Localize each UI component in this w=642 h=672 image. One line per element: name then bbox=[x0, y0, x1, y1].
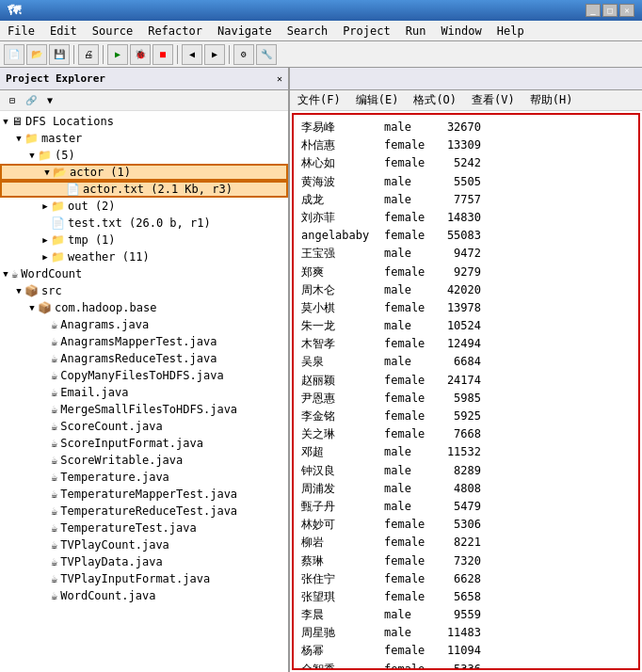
tree-arrow[interactable]: ▶ bbox=[40, 235, 51, 245]
tree-item-email[interactable]: ☕Email.java bbox=[0, 384, 288, 401]
tree-item-tvplaycount[interactable]: ☕TVPlayCount.java bbox=[0, 536, 288, 553]
tree-item-label: ScoreWritable.java bbox=[60, 454, 183, 467]
tree-item-tmp[interactable]: ▶📁tmp (1) bbox=[0, 232, 288, 248]
np-menu-edit[interactable]: 编辑(E) bbox=[348, 90, 407, 110]
tree-arrow[interactable]: ▼ bbox=[13, 134, 24, 143]
panel-menu[interactable]: ▼ bbox=[41, 92, 58, 109]
toolbar-extra2[interactable]: 🔧 bbox=[256, 44, 277, 65]
menu-edit[interactable]: Edit bbox=[42, 21, 85, 40]
tree-item-anagramsreduce[interactable]: ☕AnagramsReduceTest.java bbox=[0, 350, 288, 367]
col-name: 甄子丹 bbox=[301, 498, 377, 516]
tree-item-icon: 📁 bbox=[51, 200, 65, 213]
project-explorer-title: Project Explorer bbox=[6, 72, 105, 85]
tree-item-dfs[interactable]: ▼🖥DFS Locations bbox=[0, 113, 288, 130]
col-num: 11532 bbox=[443, 443, 481, 461]
col-name: 成龙 bbox=[301, 191, 377, 209]
np-menu-file[interactable]: 文件(F) bbox=[290, 90, 348, 110]
menu-help[interactable]: Help bbox=[490, 21, 532, 40]
tree-item-testtxt[interactable]: 📄test.txt (26.0 b, r1) bbox=[0, 215, 288, 232]
col-gender: male bbox=[384, 245, 436, 263]
tree-item-mergesmall[interactable]: ☕MergeSmallFilesToHDFS.java bbox=[0, 401, 288, 418]
toolbar-debug[interactable]: 🐞 bbox=[130, 44, 151, 65]
toolbar-save[interactable]: 💾 bbox=[49, 44, 70, 65]
menu-search[interactable]: Search bbox=[280, 21, 335, 40]
data-row: 蔡琳female7320 bbox=[301, 552, 631, 570]
col-gender: female bbox=[384, 299, 436, 317]
minimize-button[interactable]: _ bbox=[586, 4, 601, 17]
tree-item-src[interactable]: ▼📦src bbox=[0, 282, 288, 299]
toolbar-run[interactable]: ▶ bbox=[107, 44, 128, 65]
col-name: 赵丽颖 bbox=[301, 372, 377, 390]
tree-item-scorecount[interactable]: ☕ScoreCount.java bbox=[0, 418, 288, 435]
tree-item-scoreinput[interactable]: ☕ScoreInputFormat.java bbox=[0, 435, 288, 452]
tree-arrow[interactable]: ▶ bbox=[40, 201, 51, 211]
tree-item-anagrams[interactable]: ☕Anagrams.java bbox=[0, 316, 288, 333]
tree-arrow[interactable]: ▼ bbox=[26, 303, 38, 312]
tree-item-temperature[interactable]: ☕Temperature.java bbox=[0, 469, 288, 486]
tree-item-tvplaydata[interactable]: ☕TVPlayData.java bbox=[0, 553, 288, 570]
tree-arrow[interactable]: ▼ bbox=[0, 117, 11, 126]
tree-item-actor[interactable]: ▼📂actor (1) bbox=[0, 164, 288, 181]
tree-arrow[interactable]: ▼ bbox=[41, 168, 53, 177]
toolbar-forward[interactable]: ▶ bbox=[204, 44, 225, 65]
tree-item-icon: 📁 bbox=[51, 250, 65, 264]
close-button[interactable]: ✕ bbox=[619, 4, 634, 17]
project-tree[interactable]: ▼🖥DFS Locations▼📁master▼📁(5)▼📂actor (1) … bbox=[0, 111, 288, 672]
tree-item-label: out (2) bbox=[68, 200, 116, 213]
tree-item-tempreducer[interactable]: ☕TemperatureReduceTest.java bbox=[0, 503, 288, 520]
menu-navigate[interactable]: Navigate bbox=[210, 21, 280, 40]
col-name: 周星驰 bbox=[301, 624, 377, 642]
menu-file[interactable]: File bbox=[0, 21, 42, 40]
panel-collapse-all[interactable]: ⊟ bbox=[4, 92, 21, 109]
data-row: 刘亦菲female14830 bbox=[301, 209, 631, 227]
tree-item-tvplayinput[interactable]: ☕TVPlayInputFormat.java bbox=[0, 570, 288, 587]
tree-item-icon: ☕ bbox=[51, 386, 57, 399]
toolbar-open[interactable]: 📂 bbox=[26, 44, 47, 65]
col-num: 7668 bbox=[443, 425, 481, 443]
project-explorer-panel: Project Explorer ✕ ⊟ 🔗 ▼ ▼🖥DFS Locations… bbox=[0, 68, 290, 672]
menu-window[interactable]: Window bbox=[433, 21, 489, 40]
tree-item-label: Temperature.java bbox=[60, 471, 169, 484]
tree-item-temptest[interactable]: ☕TemperatureTest.java bbox=[0, 520, 288, 536]
tree-arrow[interactable]: ▶ bbox=[40, 252, 51, 262]
tree-item-label: TVPlayCount.java bbox=[60, 538, 169, 552]
col-gender: female bbox=[384, 661, 436, 670]
tree-item-wordcount[interactable]: ▼☕WordCount bbox=[0, 265, 288, 282]
toolbar-back[interactable]: ◀ bbox=[182, 44, 202, 65]
toolbar-stop[interactable]: ■ bbox=[152, 44, 173, 65]
col-num: 12494 bbox=[443, 335, 481, 353]
maximize-button[interactable]: □ bbox=[602, 4, 618, 17]
col-num: 5306 bbox=[443, 516, 481, 534]
panel-close-button[interactable]: ✕ bbox=[277, 73, 282, 84]
tree-item-anagramsmapper[interactable]: ☕AnagramsMapperTest.java bbox=[0, 333, 288, 350]
tree-item-out[interactable]: ▶📁out (2) bbox=[0, 198, 288, 215]
tree-arrow[interactable]: ▼ bbox=[13, 286, 24, 296]
np-menu-help[interactable]: 帮助(H) bbox=[522, 90, 581, 110]
menu-refactor[interactable]: Refactor bbox=[140, 21, 210, 40]
tree-item-tempmapper[interactable]: ☕TemperatureMapperTest.java bbox=[0, 486, 288, 503]
tree-item-scorewritable[interactable]: ☕ScoreWritable.java bbox=[0, 452, 288, 469]
tree-arrow[interactable]: ▼ bbox=[0, 269, 11, 279]
col-gender: female bbox=[384, 552, 436, 570]
tree-item-comhadoop[interactable]: ▼📦com.hadoop.base bbox=[0, 299, 288, 316]
np-menu-format[interactable]: 格式(O) bbox=[406, 90, 464, 110]
tree-item-icon: 📂 bbox=[53, 166, 67, 179]
toolbar-extra1[interactable]: ⚙ bbox=[233, 44, 254, 65]
menu-run[interactable]: Run bbox=[398, 21, 434, 40]
np-menu-view[interactable]: 查看(V) bbox=[464, 90, 522, 110]
col-name: 周浦发 bbox=[301, 480, 377, 498]
data-row: 张住宁female6628 bbox=[301, 570, 631, 588]
panel-link[interactable]: 🔗 bbox=[23, 92, 40, 109]
tree-item-actortxt[interactable]: 📄actor.txt (2.1 Kb, r3) bbox=[0, 181, 288, 198]
tree-item-master[interactable]: ▼📁master bbox=[0, 130, 288, 147]
col-gender: female bbox=[384, 408, 436, 425]
tree-item-weather[interactable]: ▶📁weather (11) bbox=[0, 248, 288, 265]
toolbar-print[interactable]: 🖨 bbox=[78, 44, 99, 65]
menu-project[interactable]: Project bbox=[335, 21, 398, 40]
tree-item-five[interactable]: ▼📁(5) bbox=[0, 147, 288, 164]
toolbar-new[interactable]: 📄 bbox=[4, 44, 24, 65]
menu-source[interactable]: Source bbox=[85, 21, 140, 40]
tree-item-wordcountjava[interactable]: ☕WordCount.java bbox=[0, 587, 288, 604]
tree-item-copymany[interactable]: ☕CopyManyFilesToHDFS.java bbox=[0, 367, 288, 384]
tree-arrow[interactable]: ▼ bbox=[26, 151, 38, 160]
